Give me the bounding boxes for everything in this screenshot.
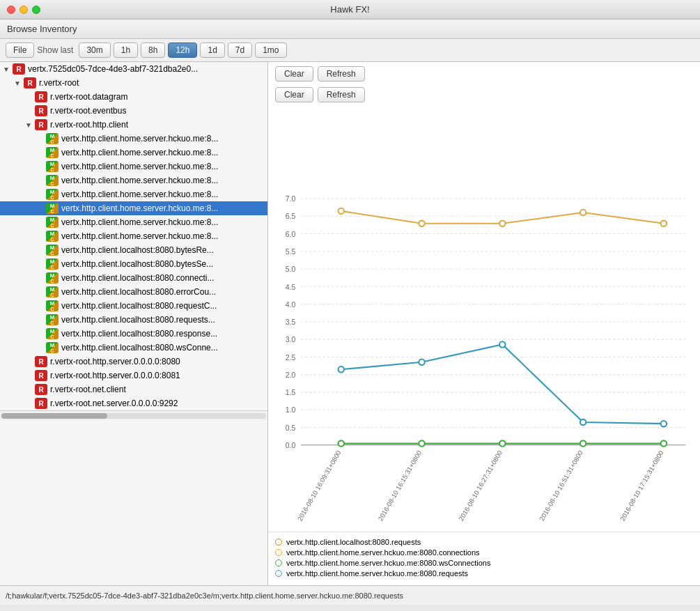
minimize-button[interactable]	[20, 6, 28, 14]
series-requests-dot	[661, 421, 667, 426]
badge-mg: MC	[46, 161, 59, 172]
tree-toggle[interactable]: ▼	[25, 121, 35, 129]
tree-item[interactable]: Rr.vertx-root.eventbus	[0, 104, 267, 118]
tree-item[interactable]: MCvertx.http.client.home.server.hckuo.me…	[0, 201, 267, 215]
series-wsconnections-dot	[419, 440, 424, 446]
chart-btn-row-2: Clear Refresh	[275, 87, 693, 102]
clear-button-2[interactable]: Clear	[275, 87, 313, 102]
legend-item-4: vertx.http.client.home.server.hckuo.me:8…	[275, 569, 693, 578]
badge-mg: MC	[46, 217, 59, 228]
tree-item[interactable]: Rr.vertx-root.net.client	[0, 382, 267, 396]
tree-item[interactable]: Rr.vertx-root.http.server.0.0.0.0:8081	[0, 369, 267, 382]
time-8h-button[interactable]: 8h	[141, 42, 165, 58]
tree-item[interactable]: MCvertx.http.client.localhost:8080.bytes…	[0, 257, 267, 271]
refresh-button-2[interactable]: Refresh	[318, 87, 365, 102]
tree-item[interactable]: MCvertx.http.client.home.server.hckuo.me…	[0, 160, 267, 173]
maximize-button[interactable]	[32, 6, 40, 14]
time-1mo-button[interactable]: 1mo	[255, 42, 286, 58]
badge-mg: MC	[46, 175, 59, 186]
tree-item[interactable]: Rr.vertx-root.datagram	[0, 90, 267, 104]
tree-item-label: r.vertx-root.net.client	[50, 385, 126, 394]
tree-item-label: r.vertx-root.eventbus	[50, 106, 126, 116]
svg-text:1.0: 1.0	[286, 405, 296, 414]
badge-mg: MC	[46, 189, 59, 200]
svg-text:6.0: 6.0	[286, 230, 296, 238]
tree-item[interactable]: Rr.vertx-root.http.server.0.0.0.0:8080	[0, 355, 267, 369]
tree-item[interactable]: MCvertx.http.client.home.server.hckuo.me…	[0, 146, 267, 160]
horizontal-scrollbar[interactable]	[0, 410, 267, 420]
refresh-button-1[interactable]: Refresh	[318, 66, 365, 82]
show-last-label: Show last	[37, 45, 73, 55]
series-wsconnections-dot	[580, 440, 586, 446]
svg-text:4.5: 4.5	[286, 283, 296, 291]
time-7d-button[interactable]: 7d	[228, 42, 252, 58]
tree-item-label: vertx.http.client.home.server.hckuo.me:8…	[61, 134, 218, 144]
svg-text:2016-08-10 16:09:31+0800: 2016-08-10 16:09:31+0800	[296, 449, 343, 523]
tree-item[interactable]: MCvertx.http.client.home.server.hckuo.me…	[0, 215, 267, 229]
tree-item-label: r.vertx-root.datagram	[50, 92, 127, 102]
svg-text:2016-08-10 16:27:31+0800: 2016-08-10 16:27:31+0800	[457, 449, 504, 523]
sidebar[interactable]: ▼Rvertx.7525dc05-7dce-4de3-abf7-321dba2e…	[0, 62, 268, 585]
tree-item[interactable]: MCvertx.http.client.localhost:8080.error…	[0, 285, 267, 299]
badge-r: R	[35, 91, 47, 102]
tree-toggle[interactable]: ▼	[14, 79, 24, 87]
chart-svg: 7.0 6.5 6.0 5.5 5.0 4.5 4.0 3.5 3.0 2.5 …	[275, 116, 693, 532]
time-1d-button[interactable]: 1d	[200, 42, 224, 58]
series-wsconnections-dot	[339, 440, 344, 446]
legend-item-2: vertx.http.client.home.server.hckuo.me:8…	[275, 548, 693, 557]
chart-legend: vertx.http.client.localhost:8080.request…	[268, 532, 700, 585]
tree-item[interactable]: MCvertx.http.client.localhost:8080.bytes…	[0, 243, 267, 257]
svg-text:5.5: 5.5	[286, 247, 296, 256]
svg-text:2.5: 2.5	[286, 353, 296, 362]
svg-text:4.0: 4.0	[286, 300, 296, 309]
svg-text:5.0: 5.0	[286, 265, 296, 273]
tree-item[interactable]: MCvertx.http.client.home.server.hckuo.me…	[0, 132, 267, 146]
series-requests-line	[341, 344, 664, 424]
tree-item[interactable]: MCvertx.http.client.localhost:8080.respo…	[0, 327, 267, 341]
legend-dot-1	[275, 539, 282, 546]
tree-item[interactable]: MCvertx.http.client.localhost:8080.conne…	[0, 271, 267, 285]
toolbar: File Show last 30m 1h 8h 12h 1d 7d 1mo	[0, 39, 700, 62]
time-1h-button[interactable]: 1h	[114, 42, 138, 58]
tree-item-label: r.vertx-root.http.client	[50, 120, 128, 130]
series-requests-dot	[580, 419, 586, 425]
tree-item-label: vertx.http.client.home.server.hckuo.me:8…	[61, 190, 218, 199]
file-button[interactable]: File	[6, 42, 34, 58]
series-wsconnections-dot	[661, 440, 667, 446]
clear-button-1[interactable]: Clear	[275, 66, 313, 82]
tree-item[interactable]: MCvertx.http.client.localhost:8080.reque…	[0, 299, 267, 313]
scrollbar-thumb[interactable]	[1, 413, 107, 419]
badge-mg: MC	[46, 203, 59, 214]
tree-item-label: vertx.http.client.localhost:8080.bytesRe…	[61, 245, 214, 255]
legend-dot-2	[275, 549, 282, 556]
tree-item-label: r.vertx-root	[39, 78, 79, 88]
tree-item[interactable]: ▼Rr.vertx-root.http.client	[0, 118, 267, 132]
tree-item[interactable]: MCvertx.http.client.localhost:8080.wsCon…	[0, 341, 267, 355]
tree-item[interactable]: MCvertx.http.client.localhost:8080.reque…	[0, 313, 267, 327]
badge-mg: MC	[46, 231, 59, 242]
tree-item[interactable]: MCvertx.http.client.home.server.hckuo.me…	[0, 229, 267, 243]
svg-text:3.0: 3.0	[286, 335, 296, 343]
legend-dot-3	[275, 559, 282, 566]
time-30m-button[interactable]: 30m	[79, 42, 110, 58]
badge-mg: MC	[46, 147, 59, 158]
badge-r: R	[35, 384, 47, 395]
x-axis-labels: 2016-08-10 16:09:31+0800 2016-08-10 16:1…	[296, 449, 665, 523]
tree-item-label: vertx.http.client.home.server.hckuo.me:8…	[61, 217, 218, 227]
tree-item[interactable]: MCvertx.http.client.home.server.hckuo.me…	[0, 173, 267, 187]
tree-item[interactable]: ▼Rr.vertx-root	[0, 76, 267, 90]
badge-r: R	[35, 105, 47, 116]
chart-container: 7.0 6.5 6.0 5.5 5.0 4.5 4.0 3.5 3.0 2.5 …	[268, 109, 700, 532]
badge-mg: MC	[46, 314, 59, 325]
tree-item[interactable]: ▼Rvertx.7525dc05-7dce-4de3-abf7-321dba2e…	[0, 62, 267, 76]
tree-item-label: vertx.http.client.home.server.hckuo.me:8…	[61, 231, 218, 241]
tree-toggle[interactable]: ▼	[3, 65, 13, 73]
tree-item-label: vertx.http.client.localhost:8080.wsConne…	[61, 343, 218, 353]
svg-text:2016-08-10 16:51:31+0800: 2016-08-10 16:51:31+0800	[538, 449, 584, 523]
tree-item[interactable]: MCvertx.http.client.home.server.hckuo.me…	[0, 187, 267, 201]
tree-item-label: vertx.http.client.home.server.hckuo.me:8…	[61, 148, 218, 157]
tree-item-label: r.vertx-root.net.server.0.0.0.0:9292	[50, 399, 178, 408]
close-button[interactable]	[7, 6, 15, 14]
tree-item[interactable]: Rr.vertx-root.net.server.0.0.0.0:9292	[0, 396, 267, 410]
time-12h-button[interactable]: 12h	[168, 42, 197, 58]
